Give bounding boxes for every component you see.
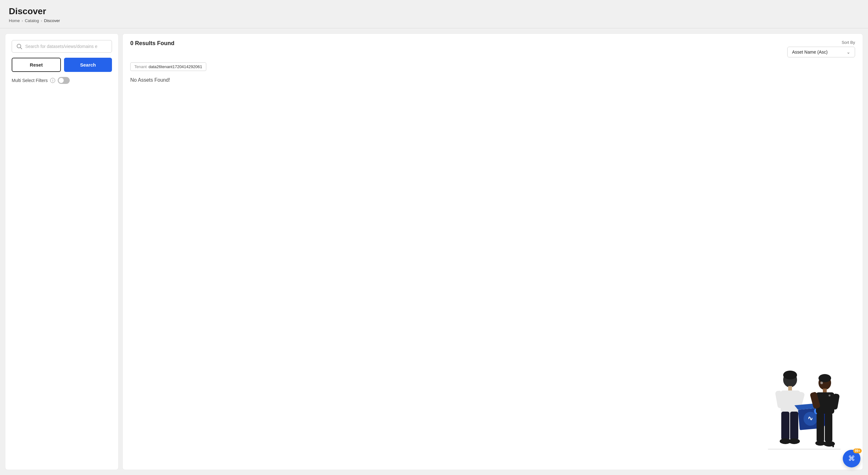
svg-rect-30 xyxy=(832,443,834,447)
breadcrumb: Home › Catalog › Discover xyxy=(9,18,859,23)
no-assets-illustration: ∿ ? xyxy=(749,356,850,457)
breadcrumb-catalog[interactable]: Catalog xyxy=(25,18,39,23)
sort-dropdown[interactable]: Asset Name (Asc) ⌄ xyxy=(787,47,855,57)
breadcrumb-sep-1: › xyxy=(22,19,23,23)
multi-filter-label: Multi Select Filters xyxy=(12,78,48,83)
results-count: 0 Results Found xyxy=(130,40,175,47)
chevron-down-icon: ⌄ xyxy=(846,50,850,55)
svg-line-1 xyxy=(21,48,22,49)
breadcrumb-sep-2: › xyxy=(41,19,42,23)
button-row: Reset Search xyxy=(12,58,112,72)
svg-rect-27 xyxy=(825,413,832,442)
svg-point-31 xyxy=(820,382,823,384)
svg-rect-9 xyxy=(781,412,789,440)
breadcrumb-current: Discover xyxy=(44,18,60,23)
svg-point-12 xyxy=(788,438,800,444)
filter-tag-key: Tenant xyxy=(134,64,147,69)
search-input-wrapper xyxy=(12,40,112,53)
no-assets-message: No Assets Found! xyxy=(130,77,855,83)
cmd-badge: 99+ xyxy=(853,448,862,453)
svg-rect-5 xyxy=(788,386,792,390)
filter-tag-value: data26tenant1720414292061 xyxy=(149,64,202,69)
sort-value: Asset Name (Asc) xyxy=(792,50,828,55)
svg-text:∿: ∿ xyxy=(807,415,813,422)
svg-rect-26 xyxy=(816,413,824,442)
multi-filter-row: Multi Select Filters i xyxy=(12,77,112,84)
results-header: 0 Results Found Sort By Asset Name (Asc)… xyxy=(130,40,855,57)
svg-rect-22 xyxy=(823,388,827,392)
svg-rect-10 xyxy=(790,412,798,440)
multi-filter-toggle[interactable] xyxy=(58,77,70,84)
search-icon xyxy=(17,43,22,49)
sort-section: Sort By Asset Name (Asc) ⌄ xyxy=(787,40,855,57)
right-panel: 0 Results Found Sort By Asset Name (Asc)… xyxy=(122,33,863,470)
reset-button[interactable]: Reset xyxy=(12,58,61,72)
results-found-label: Results Found xyxy=(135,40,175,46)
breadcrumb-home[interactable]: Home xyxy=(9,18,20,23)
filter-tag: Tenant data26tenant1720414292061 xyxy=(130,62,206,71)
main-content: Reset Search Multi Select Filters i 0 Re… xyxy=(0,28,868,475)
info-icon[interactable]: i xyxy=(50,78,55,83)
search-button[interactable]: Search xyxy=(64,58,112,72)
filter-tags: Tenant data26tenant1720414292061 xyxy=(130,62,855,71)
cmd-button[interactable]: 99+ ⌘ xyxy=(843,450,861,468)
results-number: 0 xyxy=(130,40,133,46)
search-input[interactable] xyxy=(25,44,107,49)
left-panel: Reset Search Multi Select Filters i xyxy=(5,33,119,470)
toggle-slider xyxy=(58,77,70,84)
svg-point-21 xyxy=(818,374,831,382)
cmd-icon: ⌘ xyxy=(848,454,855,463)
sort-label: Sort By xyxy=(841,40,855,45)
page-title: Discover xyxy=(9,6,859,17)
svg-point-32 xyxy=(829,394,831,397)
svg-point-4 xyxy=(783,371,797,379)
